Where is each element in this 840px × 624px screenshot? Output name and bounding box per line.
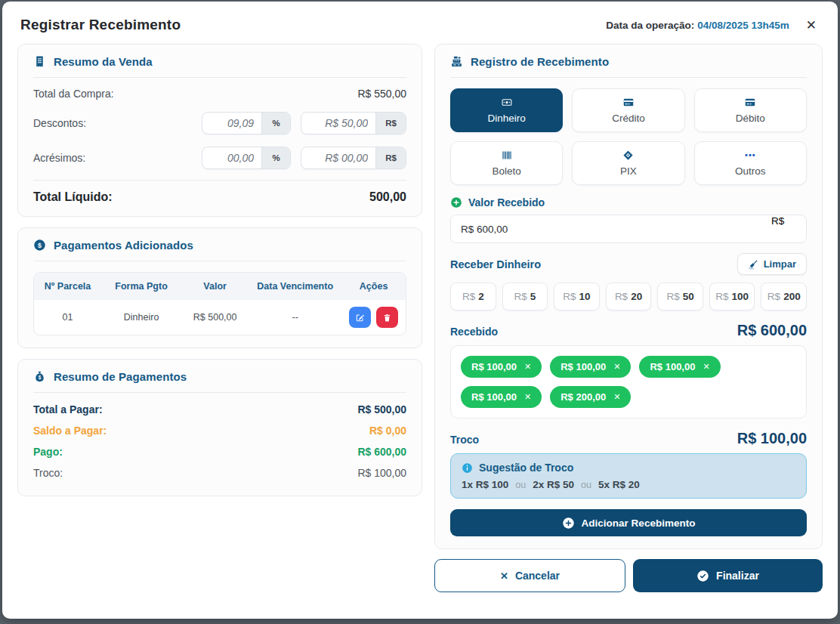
change-total-row: Troco R$ 100,00 xyxy=(450,430,807,447)
suggestion-option: 1x R$ 100 xyxy=(462,479,508,490)
chip-remove-icon[interactable]: ✕ xyxy=(613,362,620,372)
payments-added-card: $ Pagamentos Adicionados Nº Parcela Form… xyxy=(17,227,422,348)
received-chip[interactable]: R$ 100,00✕ xyxy=(550,356,631,378)
paid-row: Pago: R$ 600,00 xyxy=(33,441,406,462)
payments-table-header: Nº Parcela Forma Pgto Valor Data Vencime… xyxy=(34,273,406,300)
currency-suffix: R$ xyxy=(375,147,406,168)
received-label: Recebido xyxy=(450,326,498,338)
operation-date-value: 04/08/2025 13h45m xyxy=(697,20,789,31)
suggestion-title: Sugestão de Troco xyxy=(479,462,573,474)
received-chip[interactable]: R$ 100,00✕ xyxy=(639,356,720,378)
payments-summary-title: Resumo de Pagamentos xyxy=(54,370,187,383)
total-due-label: Total a Pagar: xyxy=(33,403,103,415)
clear-button[interactable]: Limpar xyxy=(737,253,807,275)
method-dinheiro[interactable]: Dinheiro xyxy=(450,88,563,132)
chip-remove-icon[interactable]: ✕ xyxy=(613,392,620,402)
currency-suffix: R$ xyxy=(375,113,406,134)
chip-remove-icon[interactable]: ✕ xyxy=(703,362,709,372)
cancel-button[interactable]: ✕ Cancelar xyxy=(434,559,625,592)
discount-percent-input[interactable] xyxy=(202,113,261,134)
method-boleto[interactable]: Boleto xyxy=(450,141,563,185)
payments-summary-header: $ Resumo de Pagamentos xyxy=(33,370,406,393)
received-chips-box: R$ 100,00✕ R$ 100,00✕ R$ 100,00✕ R$ 100,… xyxy=(450,345,807,419)
add-receipt-label: Adicionar Recebimento xyxy=(582,517,696,529)
operation-date-label: Data da operação: xyxy=(606,20,694,31)
page-title: Registrar Recebimento xyxy=(20,17,181,33)
dollar-circle-icon: $ xyxy=(33,239,46,252)
balance-due-row: Saldo a Pagar: R$ 0,00 xyxy=(33,420,406,441)
chip-remove-icon[interactable]: ✕ xyxy=(524,392,531,402)
modal-header: Registrar Recebimento Data da operação: … xyxy=(2,2,838,44)
net-total-label: Total Líquido: xyxy=(33,190,113,204)
method-label: Boleto xyxy=(493,165,521,177)
addition-amount-group: R$ xyxy=(301,147,406,169)
check-circle-icon xyxy=(696,570,709,582)
value-received-header: Valor Recebido xyxy=(450,196,807,209)
method-pix[interactable]: PIX xyxy=(572,141,684,185)
discount-amount-input[interactable] xyxy=(301,113,375,134)
barcode-icon xyxy=(500,150,514,161)
denom-2[interactable]: R$2 xyxy=(450,283,496,310)
value-received-group: R$ xyxy=(450,215,807,243)
sale-summary-header: Resumo da Venda xyxy=(33,55,406,78)
suggestion-option: 5x R$ 20 xyxy=(598,479,640,490)
close-icon[interactable]: ✕ xyxy=(804,17,818,33)
denom-10[interactable]: R$10 xyxy=(554,283,600,310)
denom-50[interactable]: R$50 xyxy=(657,283,703,310)
denom-100[interactable]: R$100 xyxy=(709,283,755,310)
chip-remove-icon[interactable]: ✕ xyxy=(524,362,531,372)
method-label: Dinheiro xyxy=(488,113,526,124)
addition-amount-input[interactable] xyxy=(301,147,375,168)
col-due-date: Data Vencimento xyxy=(249,281,341,292)
denom-200[interactable]: R$200 xyxy=(761,283,807,310)
denom-5[interactable]: R$5 xyxy=(502,283,548,310)
finalize-button[interactable]: Finalizar xyxy=(633,559,823,592)
add-receipt-button[interactable]: Adicionar Recebimento xyxy=(450,509,807,536)
method-debito[interactable]: Débito xyxy=(694,88,807,132)
change-suggestion-box: Sugestão de Troco 1x R$ 100 ou 2x R$ 50 … xyxy=(450,453,807,499)
payments-added-header: $ Pagamentos Adicionados xyxy=(33,239,406,261)
payment-methods: Dinheiro Crédito Débito xyxy=(450,88,807,185)
trash-icon xyxy=(382,313,392,323)
method-label: Crédito xyxy=(612,113,645,124)
method-label: Débito xyxy=(736,113,765,124)
sale-summary-title: Resumo da Venda xyxy=(54,55,153,68)
delete-payment-button[interactable] xyxy=(376,307,398,328)
money-bag-icon: $ xyxy=(33,370,46,383)
modal-content: Resumo da Venda Total da Compra: R$ 550,… xyxy=(2,44,838,619)
table-row: 01 Dinheiro R$ 500,00 -- xyxy=(34,300,406,335)
receive-cash-label: Receber Dinheiro xyxy=(450,258,541,270)
value-received-label: Valor Recebido xyxy=(468,196,545,209)
payments-added-title: Pagamentos Adicionados xyxy=(54,239,193,252)
value-received-input[interactable] xyxy=(451,215,771,242)
denom-20[interactable]: R$20 xyxy=(606,283,652,310)
discounts-label: Descontos: xyxy=(33,117,86,129)
received-chip[interactable]: R$ 200,00✕ xyxy=(550,386,631,408)
receipt-icon xyxy=(33,55,46,68)
left-column: Resumo da Venda Total da Compra: R$ 550,… xyxy=(17,44,422,496)
right-column: Registro de Recebimento Dinheiro xyxy=(434,44,823,592)
net-total-row: Total Líquido: 500,00 xyxy=(33,180,406,204)
payments-summary-rows: Total a Pagar: R$ 500,00 Saldo a Pagar: … xyxy=(33,393,406,483)
total-purchase-label: Total da Compra: xyxy=(33,88,114,100)
header-right: Data da operação: 04/08/2025 13h45m ✕ xyxy=(606,17,818,33)
col-actions: Ações xyxy=(341,281,406,292)
percent-suffix: % xyxy=(261,113,290,134)
received-chip[interactable]: R$ 100,00✕ xyxy=(461,356,542,378)
x-icon: ✕ xyxy=(500,571,508,581)
credit-card-icon xyxy=(743,97,758,108)
plus-circle-green-icon xyxy=(450,196,462,209)
received-chip[interactable]: R$ 100,00✕ xyxy=(461,386,542,408)
receipt-register-title: Registro de Recebimento xyxy=(471,55,609,68)
method-credito[interactable]: Crédito xyxy=(572,88,684,132)
cell-amount: R$ 500,00 xyxy=(181,312,249,323)
payments-summary-card: $ Resumo de Pagamentos Total a Pagar: R$… xyxy=(17,359,422,496)
paid-value: R$ 600,00 xyxy=(357,446,406,458)
edit-payment-button[interactable] xyxy=(349,307,371,328)
cell-method: Dinheiro xyxy=(101,312,181,323)
receipt-register-card: Registro de Recebimento Dinheiro xyxy=(434,44,823,549)
denomination-buttons: R$2 R$5 R$10 R$20 R$50 R$100 R$200 xyxy=(450,283,807,310)
plus-circle-icon xyxy=(562,517,575,530)
addition-percent-input[interactable] xyxy=(202,147,261,168)
method-outros[interactable]: ••• Outros xyxy=(694,141,807,185)
